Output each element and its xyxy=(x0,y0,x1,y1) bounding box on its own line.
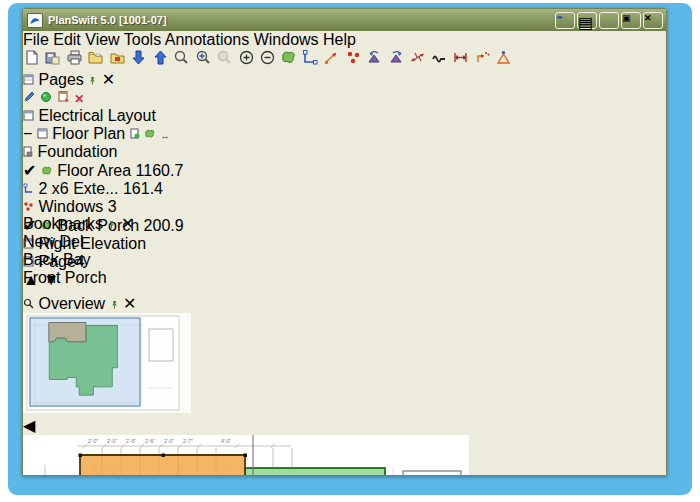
dimension-button[interactable] xyxy=(452,52,469,69)
zoom-drag-button[interactable] xyxy=(216,52,233,69)
segment-takeoff-button[interactable] xyxy=(323,52,340,69)
bookmark-new-button[interactable]: New xyxy=(23,233,55,250)
tree-item-electrical-layout[interactable]: Electrical Layout xyxy=(23,107,666,125)
menu-help[interactable]: Help xyxy=(323,31,356,48)
tree-item-label: 2 x6 Exte... xyxy=(38,180,118,197)
collapse-expander[interactable]: − xyxy=(23,125,32,142)
magnifier-icon xyxy=(23,298,34,309)
minimize-button[interactable] xyxy=(599,12,619,29)
segment-tool-button[interactable] xyxy=(474,52,491,69)
menu-file[interactable]: File xyxy=(23,31,49,48)
open-folder-button[interactable] xyxy=(87,52,104,69)
detail-inset xyxy=(403,471,461,476)
tree-item-floor-plan[interactable]: − Floor Plan ↔ xyxy=(23,125,666,143)
floor-area-checkbox[interactable]: ✔ xyxy=(23,162,36,179)
pages-panel-header: Pages ✕ xyxy=(23,70,666,89)
restore-button[interactable]: ▣ xyxy=(621,12,641,29)
tree-item-label: Foundation xyxy=(37,143,117,160)
dim-label: 2'-6" xyxy=(145,438,155,444)
title-bar: PlanSwift 5.0 [1001-07] ◂▸ ▤ ▣ ✕ xyxy=(23,9,666,31)
overview-pin-button[interactable] xyxy=(110,295,119,312)
takeoff-page-icon xyxy=(23,143,33,160)
zoom-out-button[interactable] xyxy=(259,52,276,69)
rotate-left-button[interactable] xyxy=(366,52,383,69)
handle xyxy=(79,454,83,458)
record-point-icon[interactable] xyxy=(40,91,52,103)
tree-item-2x6-exterior[interactable]: 2 x6 Exte... 161.4 xyxy=(23,180,666,198)
main-toolbar xyxy=(23,49,666,70)
tree-item-value: 1160.7 xyxy=(136,162,184,179)
tree-item-floor-area[interactable]: ✔ Floor Area 1160.7 xyxy=(23,161,666,180)
menu-annotations[interactable]: Annotations xyxy=(165,31,250,48)
linear-takeoff-button[interactable] xyxy=(302,52,319,69)
handle xyxy=(162,454,166,458)
tree-item-label: Electrical Layout xyxy=(38,107,155,124)
pin-icon xyxy=(110,300,119,309)
menu-windows[interactable]: Windows xyxy=(254,31,319,48)
pages-toolbar: ✕ xyxy=(23,89,666,107)
new-document-button[interactable] xyxy=(23,52,40,69)
pages-close-button[interactable]: ✕ xyxy=(102,71,115,88)
float-window-button[interactable]: ▤ xyxy=(577,12,597,29)
floor-plan-row-icons: ↔ xyxy=(130,125,170,142)
tree-item-value: 3 xyxy=(108,198,117,215)
freehand-line-button[interactable] xyxy=(431,52,448,69)
collapse-sidebar-icon[interactable]: ◀ xyxy=(23,417,35,434)
sidebar: Pages ✕ ✕ Electrical Layout xyxy=(23,70,666,435)
bookmark-del-button[interactable]: Del xyxy=(59,233,83,250)
tree-item-label: Floor Plan xyxy=(52,125,125,142)
overview-panel: Overview ✕ xyxy=(23,294,666,416)
dim-label: 2'-6" xyxy=(126,438,136,444)
overview-thumbnail[interactable] xyxy=(23,313,666,417)
page-icon xyxy=(23,107,34,124)
pin-icon xyxy=(88,76,97,85)
dim-label: 2'-0" xyxy=(88,438,98,444)
area-measure-button[interactable] xyxy=(495,52,512,69)
bookmarks-pin-button[interactable] xyxy=(107,215,116,232)
page-icon xyxy=(37,125,48,142)
area-takeoff-button[interactable] xyxy=(280,52,297,69)
zoom-area-button[interactable] xyxy=(195,52,212,69)
move-points-button[interactable] xyxy=(409,52,426,69)
menu-tools[interactable]: Tools xyxy=(124,31,161,48)
back-porch-overlay xyxy=(80,455,245,476)
bookmarks-panel-title: Bookmarks xyxy=(23,215,103,232)
dim-label: 4'-0" xyxy=(221,438,231,444)
rotate-right-button[interactable] xyxy=(388,52,405,69)
edit-pencil-icon[interactable] xyxy=(23,90,36,103)
new-page-icon[interactable] xyxy=(57,90,70,103)
bookmarks-close-button[interactable]: ✕ xyxy=(121,215,134,232)
page-up-button[interactable] xyxy=(152,52,169,69)
app-window: PlanSwift 5.0 [1001-07] ◂▸ ▤ ▣ ✕ File Ed… xyxy=(22,8,667,476)
zoom-in-button[interactable] xyxy=(238,52,255,69)
overview-panel-header: Overview ✕ xyxy=(23,294,666,313)
count-takeoff-button[interactable] xyxy=(345,52,362,69)
zoom-tool-button[interactable] xyxy=(173,52,190,69)
planswift-logo-icon xyxy=(27,13,43,28)
pages-panel: Pages ✕ ✕ Electrical Layout xyxy=(23,70,666,212)
dim-label: 2'-0" xyxy=(107,438,117,444)
page-down-button[interactable] xyxy=(130,52,147,69)
export-folder-button[interactable] xyxy=(109,52,126,69)
bookmark-item-back-bay[interactable]: Back Bay xyxy=(23,251,666,269)
linear-takeoff-icon xyxy=(23,180,34,197)
pages-pin-button[interactable] xyxy=(88,71,97,88)
window-title: PlanSwift 5.0 [1001-07] xyxy=(48,14,553,26)
bookmark-label: Back Bay xyxy=(23,251,91,268)
sidebar-bottom-bar: ◀ xyxy=(23,416,666,435)
nav-arrows-button[interactable]: ◂▸ xyxy=(555,12,575,29)
pin-icon xyxy=(107,220,116,229)
print-button[interactable] xyxy=(66,52,83,69)
overview-body xyxy=(23,313,666,417)
tree-item-foundation[interactable]: Foundation xyxy=(23,143,666,161)
tree-item-value: 200.9 xyxy=(144,217,184,234)
takeoff-page-icon xyxy=(130,128,140,139)
overview-close-button[interactable]: ✕ xyxy=(123,295,136,312)
close-button[interactable]: ✕ xyxy=(643,12,663,29)
bookmark-item-front-porch[interactable]: Front Porch xyxy=(23,269,666,287)
drawing-canvas[interactable]: 2'-0" 2'-0" 2'-6" 2'-6" 2'-0" 2'-7" 4'-0… xyxy=(23,435,666,476)
save-button[interactable] xyxy=(44,52,61,69)
menu-view[interactable]: View xyxy=(85,31,119,48)
menu-edit[interactable]: Edit xyxy=(53,31,81,48)
delete-page-icon[interactable]: ✕ xyxy=(74,92,84,106)
